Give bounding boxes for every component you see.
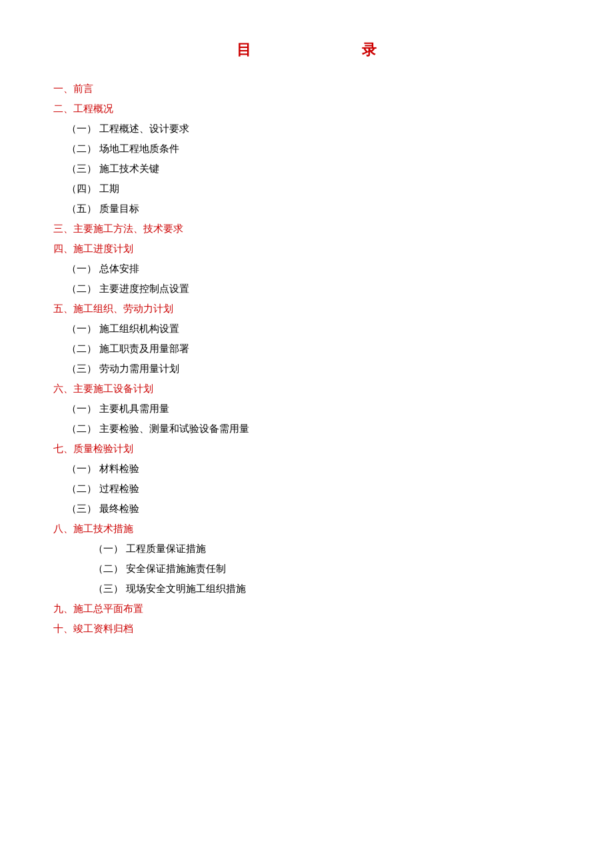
toc-item: （一） 工程质量保证措施 [53,539,560,559]
toc-item: （一） 主要机具需用量 [53,399,560,419]
toc-item: （二） 过程检验 [53,479,560,499]
title-char2: 录 [362,41,430,58]
toc-item: （二） 场地工程地质条件 [53,139,560,159]
toc-item: 一、前言 [53,79,560,99]
toc-item: （五） 质量目标 [53,199,560,219]
toc-item: （三） 施工技术关键 [53,159,560,179]
toc-item: 二、工程概况 [53,99,560,119]
toc-item: 五、施工组织、劳动力计划 [53,299,560,319]
toc-item: （二） 施工职责及用量部署 [53,339,560,359]
toc-item: （二） 主要进度控制点设置 [53,279,560,299]
toc-item: （一） 工程概述、设计要求 [53,119,560,139]
toc-item: （三） 劳动力需用量计划 [53,359,560,379]
toc-item: 八、施工技术措施 [53,519,560,539]
page-title: 目 录 [53,40,560,60]
toc-item: （一） 施工组织机构设置 [53,319,560,339]
toc-item: （二） 主要检验、测量和试验设备需用量 [53,419,560,439]
toc-list: 一、前言二、工程概况（一） 工程概述、设计要求（二） 场地工程地质条件（三） 施… [53,79,560,639]
toc-item: 六、主要施工设备计划 [53,379,560,399]
toc-item: （三） 最终检验 [53,499,560,519]
toc-item: （一） 材料检验 [53,459,560,479]
toc-item: 三、主要施工方法、技术要求 [53,219,560,239]
toc-item: （四） 工期 [53,179,560,199]
toc-item: （二） 安全保证措施施责任制 [53,559,560,579]
toc-item: （一） 总体安排 [53,259,560,279]
toc-item: 十、竣工资料归档 [53,619,560,639]
toc-item: 七、质量检验计划 [53,439,560,459]
title-char1: 目 [237,41,305,58]
toc-item: 四、施工进度计划 [53,239,560,259]
toc-item: 九、施工总平面布置 [53,599,560,619]
document-page: 目 录 一、前言二、工程概况（一） 工程概述、设计要求（二） 场地工程地质条件（… [0,0,613,868]
toc-item: （三） 现场安全文明施工组织措施 [53,579,560,599]
